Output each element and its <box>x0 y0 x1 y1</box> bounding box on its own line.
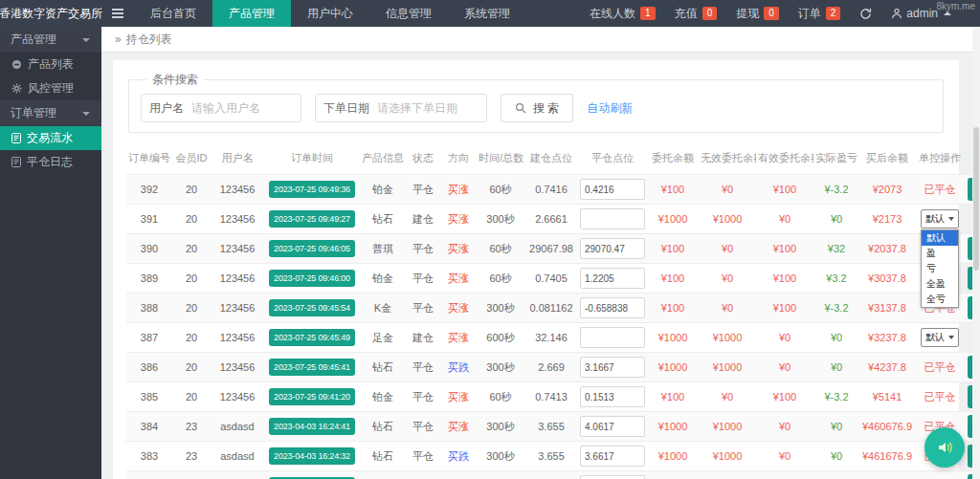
cell-actual-profit: ¥-3.2 <box>813 294 859 323</box>
cell-actions: 查看删除 <box>965 353 972 382</box>
close-point-input[interactable] <box>580 416 645 437</box>
cell-valid-entrust-balance: ¥100 <box>756 175 813 205</box>
gear-icon <box>11 83 22 94</box>
auto-refresh-link[interactable]: 自动刷新 <box>587 100 633 117</box>
table-row: 388201234562023-07-25 09:45:54K金平仓买涨300秒… <box>126 294 972 323</box>
close-point-input[interactable] <box>580 179 645 200</box>
cell-invalid-entrust-balance: ¥1000 <box>699 323 756 353</box>
close-point-input[interactable] <box>580 475 645 479</box>
cell-valid-entrust-balance: ¥0 <box>756 353 813 382</box>
cell-single-control: 已平仓 <box>915 382 965 412</box>
page-scrollbar[interactable] <box>972 27 980 479</box>
direction-label: 买跌 <box>448 450 469 462</box>
sidebar-item[interactable]: 交易流水 <box>0 126 101 150</box>
topbar-stat[interactable]: 在线人数1 <box>590 6 656 22</box>
column-header: 无效委托余额 <box>699 142 756 175</box>
top-nav-item[interactable]: 信息管理 <box>369 0 448 27</box>
cell-open-point: 0.7416 <box>524 175 578 205</box>
user-icon <box>891 8 902 19</box>
chevron-down-icon <box>948 217 954 221</box>
sidebar-item-label: 交易流水 <box>27 130 73 146</box>
close-point-input[interactable] <box>580 327 645 348</box>
cell-duration: 60秒 <box>477 382 524 412</box>
order-date-input[interactable] <box>377 101 486 115</box>
top-nav-item[interactable]: 用户中心 <box>291 0 369 27</box>
search-button[interactable]: 搜 索 <box>501 94 573 122</box>
cell-single-control: 已平仓 <box>915 471 965 479</box>
column-header: 会员ID <box>172 142 211 175</box>
dropdown-option[interactable]: 亏 <box>922 261 958 276</box>
sidebar-group-header[interactable]: 产品管理 <box>0 27 101 53</box>
cell-order-id: 389 <box>126 264 172 294</box>
closed-status-label: 已平仓 <box>924 184 956 195</box>
cell-actions: 查看删除 <box>965 412 972 442</box>
username-input[interactable] <box>191 101 301 115</box>
refresh-icon[interactable] <box>859 8 872 20</box>
cell-open-point: 3.655 <box>524 442 578 471</box>
hamburger-icon[interactable] <box>101 0 134 27</box>
topbar-stat[interactable]: 提现0 <box>736 6 779 22</box>
table-row: 385201234562023-07-25 09:41:20铂金平仓买涨60秒0… <box>126 382 972 412</box>
stat-count-badge: 1 <box>640 7 656 20</box>
closed-status-label: 已平仓 <box>924 391 956 403</box>
sidebar-item[interactable]: 风控管理 <box>0 76 101 100</box>
stat-label: 提现 <box>736 6 759 22</box>
top-nav-item[interactable]: 后台首页 <box>134 0 212 27</box>
direction-label: 买跌 <box>448 361 469 373</box>
cell-direction: 买跌 <box>440 442 477 471</box>
dropdown-option[interactable]: 盈 <box>922 246 958 261</box>
cell-open-point: 0.7405 <box>524 264 578 294</box>
floating-service-button[interactable] <box>924 427 965 468</box>
topbar-stat[interactable]: 充值0 <box>675 6 718 22</box>
cell-order-id: 388 <box>126 294 172 323</box>
cell-entrust-balance: ¥1000 <box>647 442 699 471</box>
cell-status: 平仓 <box>406 294 440 323</box>
cell-status: 平仓 <box>406 264 440 294</box>
cell-close-point <box>578 175 647 205</box>
control-select[interactable]: 默认 <box>921 328 959 347</box>
chevron-down-icon <box>82 112 90 116</box>
direction-label: 买涨 <box>448 213 469 225</box>
order-time-badge: 2023-07-25 09:45:54 <box>269 299 355 316</box>
top-nav-item[interactable]: 产品管理 <box>212 0 291 27</box>
order-time-badge: 2023-07-25 09:45:41 <box>269 359 355 376</box>
cell-order-id: 383 <box>126 442 172 471</box>
cell-balance-after-buy: ¥3137.8 <box>859 294 915 323</box>
control-select[interactable]: 默认 <box>921 209 959 229</box>
cell-member-id: 23 <box>172 412 211 442</box>
sidebar-item[interactable]: 产品列表 <box>0 53 101 76</box>
table-row: 386201234562023-07-25 09:45:41钻石平仓买跌300秒… <box>126 353 972 382</box>
cell-order-id: 385 <box>126 382 172 412</box>
order-time-badge: 2023-07-25 09:49:27 <box>269 210 355 228</box>
cell-close-point <box>578 234 647 264</box>
cell-open-point: 2.669 <box>524 353 578 382</box>
dropdown-option[interactable]: 全盈 <box>922 276 958 292</box>
sidebar-group-header[interactable]: 订单管理 <box>0 100 101 126</box>
close-point-input[interactable] <box>580 386 645 407</box>
column-header: 订单时间 <box>264 142 360 175</box>
cell-direction: 买涨 <box>440 323 477 353</box>
column-header: 建仓点位 <box>524 142 578 175</box>
close-point-input[interactable] <box>580 446 645 467</box>
stat-count-badge: 2 <box>826 7 841 20</box>
scrollbar-thumb[interactable] <box>973 127 979 271</box>
close-point-input[interactable] <box>580 208 645 229</box>
close-point-input[interactable] <box>580 297 645 318</box>
cell-actual-profit: ¥32 <box>813 234 859 264</box>
close-point-input[interactable] <box>580 268 645 289</box>
dropdown-option[interactable]: 默认 <box>922 230 958 246</box>
cell-close-point <box>578 294 647 323</box>
close-point-input[interactable] <box>580 357 645 378</box>
sidebar-item[interactable]: 平仓日志 <box>0 150 101 174</box>
top-nav-item[interactable]: 系统管理 <box>448 0 526 27</box>
cell-valid-entrust-balance: ¥100 <box>756 294 813 323</box>
cell-product-name: 铂金 <box>360 175 406 205</box>
cell-balance-after-buy: ¥2073 <box>859 175 915 205</box>
close-point-input[interactable] <box>580 238 645 259</box>
cell-duration: 60秒 <box>477 234 524 264</box>
cell-actual-profit: ¥0 <box>813 323 859 353</box>
dropdown-option[interactable]: 全亏 <box>922 292 958 307</box>
cell-invalid-entrust-balance: ¥0 <box>699 471 756 479</box>
topbar-stat[interactable]: 订单2 <box>798 6 841 22</box>
cell-status: 建仓 <box>406 205 440 234</box>
